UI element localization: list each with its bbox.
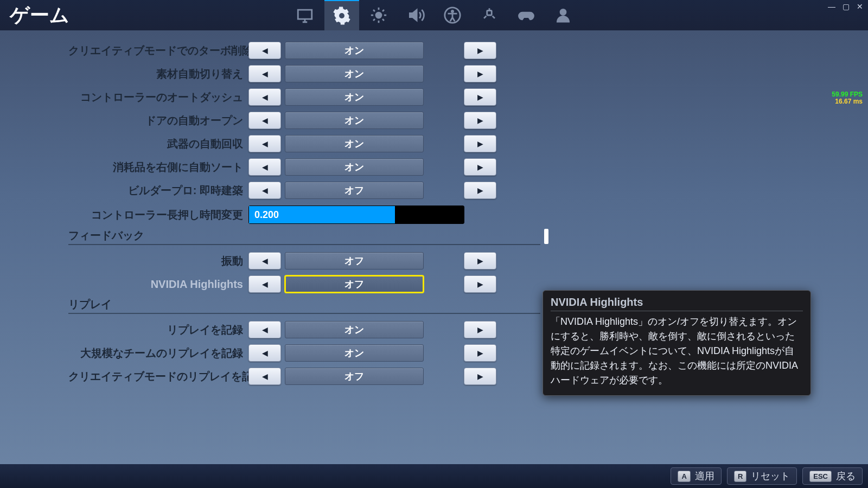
setting-row: ビルダープロ: 即時建築 ◀ オフ ▶ bbox=[68, 180, 540, 201]
svg-point-10 bbox=[451, 10, 454, 13]
next-arrow-button[interactable]: ▶ bbox=[464, 252, 496, 269]
key-hint: A bbox=[678, 471, 690, 482]
prev-arrow-button[interactable]: ◀ bbox=[248, 182, 281, 199]
next-arrow-button[interactable]: ▶ bbox=[464, 321, 496, 338]
tab-account[interactable] bbox=[546, 0, 580, 30]
section-divider bbox=[68, 313, 540, 314]
settings-tabs bbox=[288, 0, 580, 30]
setting-value[interactable]: オン bbox=[285, 88, 424, 106]
tab-audio[interactable] bbox=[398, 0, 433, 30]
setting-row: リプレイを記録 ◀ オン ▶ bbox=[68, 319, 540, 340]
settings-list: クリエイティブモードでのターボ削除 ◀ オン ▶ 素材自動切り替え ◀ オン ▶… bbox=[68, 40, 540, 389]
setting-value[interactable]: オン bbox=[285, 42, 424, 59]
tab-controller[interactable] bbox=[509, 0, 544, 30]
section-title: リプレイ bbox=[68, 297, 540, 312]
prev-arrow-button[interactable]: ◀ bbox=[248, 321, 281, 338]
setting-label: クリエイティブモードのリプレイを記録 bbox=[68, 369, 248, 384]
setting-row: コントローラーのオートダッシュ ◀ オン ▶ bbox=[68, 87, 540, 107]
setting-value[interactable]: オフ bbox=[285, 252, 424, 269]
prev-arrow-button[interactable]: ◀ bbox=[248, 112, 281, 129]
setting-row: 素材自動切り替え ◀ オン ▶ bbox=[68, 63, 540, 84]
setting-slider-row: コントローラー長押し時間変更 0.200 bbox=[68, 203, 540, 226]
setting-value[interactable]: オン bbox=[285, 344, 424, 362]
svg-line-7 bbox=[373, 19, 375, 21]
next-arrow-button[interactable]: ▶ bbox=[464, 182, 496, 199]
window-close-icon[interactable]: ✕ bbox=[855, 2, 865, 11]
reset-button[interactable]: R リセット bbox=[727, 467, 797, 485]
setting-label: 大規模なチームのリプレイを記録 bbox=[68, 346, 248, 361]
prev-arrow-button[interactable]: ◀ bbox=[248, 135, 281, 152]
page-title: ゲーム bbox=[10, 2, 69, 29]
tooltip-nvidia-highlights: NVIDIA Highlights 「NVIDIA Highlights」のオン… bbox=[542, 290, 811, 396]
setting-row: 武器の自動回収 ◀ オン ▶ bbox=[68, 133, 540, 154]
next-arrow-button[interactable]: ▶ bbox=[464, 368, 496, 385]
setting-value[interactable]: オン bbox=[285, 135, 424, 152]
prev-arrow-button[interactable]: ◀ bbox=[248, 158, 281, 176]
prev-arrow-button[interactable]: ◀ bbox=[248, 88, 281, 106]
window-maximize-icon[interactable]: ▢ bbox=[841, 2, 851, 11]
prev-arrow-button[interactable]: ◀ bbox=[248, 252, 281, 269]
window-minimize-icon[interactable]: — bbox=[827, 2, 837, 11]
next-arrow-button[interactable]: ▶ bbox=[464, 275, 496, 293]
next-arrow-button[interactable]: ▶ bbox=[464, 158, 496, 176]
setting-value[interactable]: オフ bbox=[285, 275, 424, 293]
setting-row: クリエイティブモードのリプレイを記録 ◀ オフ ▶ bbox=[68, 366, 540, 387]
button-label: 戻る bbox=[836, 470, 856, 483]
next-arrow-button[interactable]: ▶ bbox=[464, 88, 496, 106]
prev-arrow-button[interactable]: ◀ bbox=[248, 344, 281, 362]
setting-label: 素材自動切り替え bbox=[68, 67, 248, 81]
back-button[interactable]: ESC 戻る bbox=[802, 467, 863, 485]
button-label: 適用 bbox=[695, 470, 714, 483]
tab-video[interactable] bbox=[288, 0, 322, 30]
section-feedback: フィードバック bbox=[68, 228, 540, 245]
section-title: フィードバック bbox=[68, 228, 540, 243]
setting-value[interactable]: オフ bbox=[285, 182, 424, 199]
svg-line-5 bbox=[373, 10, 375, 11]
setting-label: クリエイティブモードでのターボ削除 bbox=[68, 43, 248, 58]
prev-arrow-button[interactable]: ◀ bbox=[248, 368, 281, 385]
tab-brightness[interactable] bbox=[361, 0, 396, 30]
svg-line-6 bbox=[382, 19, 384, 21]
prev-arrow-button[interactable]: ◀ bbox=[248, 65, 281, 82]
next-arrow-button[interactable]: ▶ bbox=[464, 65, 496, 82]
settings-topbar: ゲーム — ▢ ✕ bbox=[0, 0, 868, 30]
setting-label: ビルダープロ: 即時建築 bbox=[68, 183, 248, 198]
footer-bar: A 適用 R リセット ESC 戻る bbox=[0, 464, 868, 488]
setting-label: 消耗品を右側に自動ソート bbox=[68, 160, 248, 175]
hold-time-slider[interactable]: 0.200 bbox=[248, 206, 464, 224]
setting-row: ドアの自動オープン ◀ オン ▶ bbox=[68, 110, 540, 131]
section-divider bbox=[68, 244, 540, 245]
setting-row: 大規模なチームのリプレイを記録 ◀ オン ▶ bbox=[68, 343, 540, 363]
svg-line-8 bbox=[382, 10, 384, 11]
tab-input[interactable] bbox=[472, 0, 507, 30]
section-replay: リプレイ bbox=[68, 297, 540, 314]
setting-label: 振動 bbox=[68, 254, 248, 268]
setting-row: 消耗品を右側に自動ソート ◀ オン ▶ bbox=[68, 157, 540, 177]
setting-row-nvidia-highlights: NVIDIA Highlights ◀ オフ ▶ bbox=[68, 274, 540, 294]
setting-value[interactable]: オン bbox=[285, 158, 424, 176]
setting-value[interactable]: オフ bbox=[285, 368, 424, 385]
next-arrow-button[interactable]: ▶ bbox=[464, 42, 496, 59]
prev-arrow-button[interactable]: ◀ bbox=[248, 42, 281, 59]
setting-label: リプレイを記録 bbox=[68, 323, 248, 337]
setting-label: ドアの自動オープン bbox=[68, 113, 248, 128]
tooltip-title: NVIDIA Highlights bbox=[551, 296, 803, 311]
setting-value[interactable]: オン bbox=[285, 65, 424, 82]
setting-value[interactable]: オン bbox=[285, 112, 424, 129]
svg-rect-11 bbox=[487, 11, 492, 16]
setting-label: 武器の自動回収 bbox=[68, 137, 248, 151]
next-arrow-button[interactable]: ▶ bbox=[464, 112, 496, 129]
selection-tick bbox=[544, 229, 548, 244]
button-label: リセット bbox=[751, 470, 790, 483]
tooltip-body: 「NVIDIA Highlights」のオン/オフを切り替えます。オンにすると、… bbox=[551, 314, 803, 388]
frametime-readout: 16.67 ms bbox=[832, 98, 863, 105]
next-arrow-button[interactable]: ▶ bbox=[464, 344, 496, 362]
setting-label: NVIDIA Highlights bbox=[68, 278, 248, 291]
tab-accessibility[interactable] bbox=[435, 0, 470, 30]
prev-arrow-button[interactable]: ◀ bbox=[248, 275, 281, 293]
key-hint: ESC bbox=[809, 471, 832, 482]
apply-button[interactable]: A 適用 bbox=[671, 467, 721, 485]
next-arrow-button[interactable]: ▶ bbox=[464, 135, 496, 152]
setting-value[interactable]: オン bbox=[285, 321, 424, 338]
tab-game[interactable] bbox=[324, 0, 359, 30]
